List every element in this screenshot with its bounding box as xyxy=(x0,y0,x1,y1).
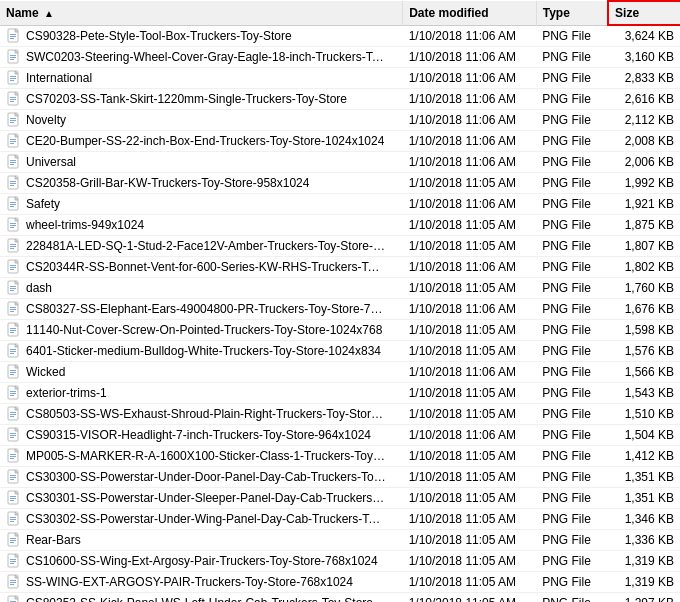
svg-rect-59 xyxy=(10,269,14,270)
file-type-cell: PNG File xyxy=(536,151,608,172)
table-row[interactable]: CS30301-SS-Powerstar-Under-Sleeper-Panel… xyxy=(0,487,680,508)
svg-rect-33 xyxy=(10,162,16,163)
file-type-cell: PNG File xyxy=(536,445,608,466)
file-icon xyxy=(6,448,22,464)
file-name-cell: CS30302-SS-Powerstar-Under-Wing-Panel-Da… xyxy=(0,508,403,529)
svg-rect-8 xyxy=(10,57,16,58)
svg-rect-79 xyxy=(10,353,14,354)
file-size-cell: 1,319 KB xyxy=(608,571,680,592)
file-icon xyxy=(6,364,22,380)
file-name-label: CS80503-SS-WS-Exhaust-Shroud-Plain-Right… xyxy=(26,407,386,421)
svg-rect-78 xyxy=(10,351,16,352)
table-row[interactable]: 11140-Nut-Cover-Screw-On-Pointed-Trucker… xyxy=(0,319,680,340)
file-date-cell: 1/10/2018 11:06 AM xyxy=(403,361,537,382)
col-header-name[interactable]: Name ▲ xyxy=(0,1,403,25)
svg-rect-19 xyxy=(10,101,14,102)
file-name-label: Safety xyxy=(26,197,60,211)
file-icon xyxy=(6,154,22,170)
table-row[interactable]: CS80353-SS-Kick-Panel-WS-Left-Under-Cab-… xyxy=(0,592,680,602)
file-list-table: Name ▲ Date modified Type Size CS90328-P… xyxy=(0,0,680,602)
svg-rect-104 xyxy=(10,458,14,459)
file-name-label: 11140-Nut-Cover-Screw-On-Pointed-Trucker… xyxy=(26,323,382,337)
table-row[interactable]: Universal 1/10/2018 11:06 AMPNG File2,00… xyxy=(0,151,680,172)
file-date-cell: 1/10/2018 11:06 AM xyxy=(403,424,537,445)
file-type-cell: PNG File xyxy=(536,172,608,193)
file-icon xyxy=(6,91,22,107)
svg-rect-82 xyxy=(10,370,16,371)
file-type-cell: PNG File xyxy=(536,67,608,88)
table-row[interactable]: CS20344R-SS-Bonnet-Vent-for-600-Series-K… xyxy=(0,256,680,277)
table-row[interactable]: Novelty 1/10/2018 11:06 AMPNG File2,112 … xyxy=(0,109,680,130)
file-type-cell: PNG File xyxy=(536,319,608,340)
file-name-label: Rear-Bars xyxy=(26,533,81,547)
table-row[interactable]: CS70203-SS-Tank-Skirt-1220mm-Single-Truc… xyxy=(0,88,680,109)
table-row[interactable]: 6401-Sticker-medium-Bulldog-White-Trucke… xyxy=(0,340,680,361)
svg-rect-14 xyxy=(10,80,14,81)
file-name-cell: CS30300-SS-Powerstar-Under-Door-Panel-Da… xyxy=(0,466,403,487)
file-date-cell: 1/10/2018 11:05 AM xyxy=(403,319,537,340)
file-size-cell: 1,297 KB xyxy=(608,592,680,602)
table-row[interactable]: CS80327-SS-Elephant-Ears-49004800-PR-Tru… xyxy=(0,298,680,319)
table-row[interactable]: wheel-trims-949x1024 1/10/2018 11:05 AMP… xyxy=(0,214,680,235)
file-size-cell: 1,412 KB xyxy=(608,445,680,466)
file-date-cell: 1/10/2018 11:05 AM xyxy=(403,550,537,571)
table-row[interactable]: MP005-S-MARKER-R-A-1600X100-Sticker-Clas… xyxy=(0,445,680,466)
file-type-cell: PNG File xyxy=(536,466,608,487)
svg-rect-112 xyxy=(10,496,16,497)
table-row[interactable]: Safety 1/10/2018 11:06 AMPNG File1,921 K… xyxy=(0,193,680,214)
file-type-cell: PNG File xyxy=(536,46,608,67)
file-date-cell: 1/10/2018 11:05 AM xyxy=(403,571,537,592)
svg-rect-109 xyxy=(10,479,14,480)
file-name-label: CS80353-SS-Kick-Panel-WS-Left-Under-Cab-… xyxy=(26,596,373,603)
table-row[interactable]: CS30300-SS-Powerstar-Under-Door-Panel-Da… xyxy=(0,466,680,487)
table-row[interactable]: Wicked 1/10/2018 11:06 AMPNG File1,566 K… xyxy=(0,361,680,382)
file-type-cell: PNG File xyxy=(536,109,608,130)
file-name-label: MP005-S-MARKER-R-A-1600X100-Sticker-Clas… xyxy=(26,449,386,463)
svg-rect-108 xyxy=(10,477,16,478)
file-icon xyxy=(6,217,22,233)
table-row[interactable]: CS10600-SS-Wing-Ext-Argosy-Pair-Truckers… xyxy=(0,550,680,571)
table-row[interactable]: 228481A-LED-SQ-1-Stud-2-Face12V-Amber-Tr… xyxy=(0,235,680,256)
svg-rect-68 xyxy=(10,309,16,310)
svg-rect-47 xyxy=(10,223,16,224)
file-size-cell: 2,008 KB xyxy=(608,130,680,151)
table-row[interactable]: CE20-Bumper-SS-22-inch-Box-End-Truckers-… xyxy=(0,130,680,151)
table-row[interactable]: CS80503-SS-WS-Exhaust-Shroud-Plain-Right… xyxy=(0,403,680,424)
file-icon xyxy=(6,553,22,569)
table-row[interactable]: SS-WING-EXT-ARGOSY-PAIR-Truckers-Toy-Sto… xyxy=(0,571,680,592)
table-header-row: Name ▲ Date modified Type Size xyxy=(0,1,680,25)
table-row[interactable]: exterior-trims-1 1/10/2018 11:05 AMPNG F… xyxy=(0,382,680,403)
table-row[interactable]: CS90328-Pete-Style-Tool-Box-Truckers-Toy… xyxy=(0,25,680,46)
file-name-label: CS30300-SS-Powerstar-Under-Door-Panel-Da… xyxy=(26,470,386,484)
file-size-cell: 3,160 KB xyxy=(608,46,680,67)
file-name-label: SWC0203-Steering-Wheel-Cover-Gray-Eagle-… xyxy=(26,50,386,64)
file-name-label: International xyxy=(26,71,92,85)
svg-rect-29 xyxy=(10,143,14,144)
svg-rect-63 xyxy=(10,288,16,289)
file-icon xyxy=(6,238,22,254)
svg-rect-124 xyxy=(10,542,14,543)
col-header-size[interactable]: Size xyxy=(608,1,680,25)
table-row[interactable]: CS20358-Grill-Bar-KW-Truckers-Toy-Store-… xyxy=(0,172,680,193)
file-name-cell: 11140-Nut-Cover-Screw-On-Pointed-Trucker… xyxy=(0,319,403,340)
table-row[interactable]: CS30302-SS-Powerstar-Under-Wing-Panel-Da… xyxy=(0,508,680,529)
svg-rect-42 xyxy=(10,202,16,203)
table-row[interactable]: International 1/10/2018 11:06 AMPNG File… xyxy=(0,67,680,88)
file-icon xyxy=(6,28,22,44)
svg-rect-44 xyxy=(10,206,14,207)
file-icon xyxy=(6,511,22,527)
svg-rect-17 xyxy=(10,97,16,98)
table-row[interactable]: CS90315-VISOR-Headlight-7-inch-Truckers-… xyxy=(0,424,680,445)
file-type-cell: PNG File xyxy=(536,340,608,361)
table-row[interactable]: SWC0203-Steering-Wheel-Cover-Gray-Eagle-… xyxy=(0,46,680,67)
col-header-date[interactable]: Date modified xyxy=(403,1,537,25)
file-type-cell: PNG File xyxy=(536,88,608,109)
file-name-label: CS90315-VISOR-Headlight-7-inch-Truckers-… xyxy=(26,428,371,442)
svg-rect-69 xyxy=(10,311,14,312)
svg-rect-58 xyxy=(10,267,16,268)
file-date-cell: 1/10/2018 11:06 AM xyxy=(403,46,537,67)
table-row[interactable]: Rear-Bars 1/10/2018 11:05 AMPNG File1,33… xyxy=(0,529,680,550)
table-row[interactable]: dash 1/10/2018 11:05 AMPNG File1,760 KB xyxy=(0,277,680,298)
col-header-type[interactable]: Type xyxy=(536,1,608,25)
file-name-label: CS10600-SS-Wing-Ext-Argosy-Pair-Truckers… xyxy=(26,554,378,568)
